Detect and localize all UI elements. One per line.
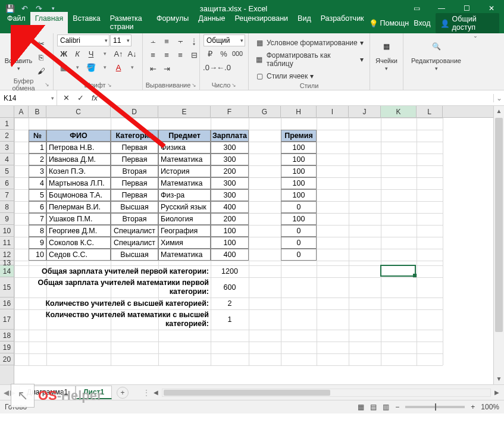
cell-C11[interactable]: Соколов К.С. — [46, 237, 111, 249]
scroll-up-icon[interactable]: ▲ — [494, 106, 504, 117]
cell-B5[interactable]: 3 — [29, 165, 46, 177]
align-center-icon[interactable]: ≡ — [160, 48, 173, 61]
comma-icon[interactable]: 000 — [231, 47, 244, 60]
align-top-icon[interactable]: ⫠ — [146, 35, 159, 48]
borders-icon[interactable]: ▦ — [57, 61, 70, 74]
zoom-level[interactable]: 100% — [481, 403, 499, 411]
row-header-10[interactable]: 10 — [0, 225, 14, 237]
summary-label-16[interactable]: Количество учителей с высшей категорией: — [29, 298, 211, 309]
share-button[interactable]: 👤 Общий доступ — [436, 13, 499, 33]
cell-C2[interactable]: ФИО — [46, 130, 111, 142]
normal-view-icon[interactable]: ▦ — [358, 403, 364, 411]
name-box[interactable]: K14 — [0, 90, 57, 105]
col-header-B[interactable]: B — [29, 106, 46, 117]
cell-E3[interactable]: Физика — [158, 142, 211, 154]
row-header-17[interactable]: 17 — [0, 309, 14, 330]
cell-E8[interactable]: Русский язык — [158, 201, 211, 213]
col-header-E[interactable]: E — [158, 106, 211, 117]
tab-формулы[interactable]: Формулы — [152, 12, 193, 33]
col-header-I[interactable]: I — [317, 106, 349, 117]
cell-H11[interactable]: 0 — [281, 237, 317, 249]
paste-button[interactable]: 📋 Вставить ▾ — [4, 35, 33, 71]
cell-B4[interactable]: 2 — [29, 154, 46, 165]
page-layout-icon[interactable]: ▤ — [370, 403, 377, 411]
page-break-icon[interactable]: ▥ — [383, 403, 389, 411]
col-header-L[interactable]: L — [417, 106, 443, 117]
cell-F14[interactable]: 1200 — [211, 265, 249, 277]
cell-D9[interactable]: Вторая — [111, 213, 158, 225]
row-header-1[interactable]: 1 — [0, 118, 14, 130]
cell-H3[interactable]: 100 — [281, 142, 317, 154]
tab-вставка[interactable]: Вставка — [68, 12, 105, 33]
decrease-font-icon[interactable]: A↓ — [126, 47, 139, 60]
cell-F12[interactable]: 400 — [211, 249, 249, 261]
cell-C5[interactable]: Козел П.Э. — [46, 165, 111, 177]
new-sheet-button[interactable]: + — [117, 387, 129, 399]
cell-D5[interactable]: Вторая — [111, 165, 158, 177]
scroll-down-icon[interactable]: ▼ — [494, 374, 504, 384]
cell-F15[interactable]: 600 — [211, 277, 249, 298]
tab-вид[interactable]: Вид — [293, 12, 316, 33]
increase-decimal-icon[interactable]: .0→ — [204, 61, 217, 74]
cell-F10[interactable]: 100 — [211, 225, 249, 237]
cell-C8[interactable]: Пелерман В.И. — [46, 201, 111, 213]
sheet-prev-icon[interactable]: ◀ — [4, 389, 9, 397]
horizontal-scrollbar[interactable]: ⋮ ◀ ▶ — [140, 389, 504, 397]
cell-F4[interactable]: 300 — [211, 154, 249, 165]
cell-D6[interactable]: Первая — [111, 177, 158, 189]
increase-indent-icon[interactable]: ⇥ — [160, 62, 173, 75]
cell-D10[interactable]: Специалист — [111, 225, 158, 237]
align-right-icon[interactable]: ≡ — [174, 48, 187, 61]
number-format-select[interactable]: Общий — [204, 35, 245, 46]
row-header-2[interactable]: 2 — [0, 130, 14, 142]
format-painter-icon[interactable]: 🖌 — [35, 64, 48, 77]
row-header-18[interactable]: 18 — [0, 330, 14, 342]
decrease-decimal-icon[interactable]: ←.0 — [217, 61, 230, 74]
cell-H10[interactable]: 0 — [281, 225, 317, 237]
row-header-9[interactable]: 9 — [0, 213, 14, 225]
cell-H9[interactable]: 100 — [281, 213, 317, 225]
cell-C3[interactable]: Петрова Н.В. — [46, 142, 111, 154]
cell-B11[interactable]: 9 — [29, 237, 46, 249]
cell-H5[interactable]: 100 — [281, 165, 317, 177]
cell-D2[interactable]: Категория — [111, 130, 158, 142]
tab-рецензировани[interactable]: Рецензировани — [230, 12, 293, 33]
underline-icon[interactable]: Ч — [84, 47, 98, 60]
cell-F17[interactable]: 1 — [211, 309, 249, 330]
cell-C4[interactable]: Иванова Д.М. — [46, 154, 111, 165]
cell-C10[interactable]: Георгиев Д.М. — [46, 225, 111, 237]
row-header-19[interactable]: 19 — [0, 342, 14, 353]
cell-B2[interactable]: № — [29, 130, 46, 142]
scroll-left-icon[interactable]: ◀ — [151, 389, 161, 396]
row-header-5[interactable]: 5 — [0, 165, 14, 177]
col-header-H[interactable]: H — [281, 106, 317, 117]
col-header-C[interactable]: C — [46, 106, 111, 117]
cell-H6[interactable]: 100 — [281, 177, 317, 189]
accounting-icon[interactable]: ₽ — [204, 47, 217, 60]
tab-разметка страни[interactable]: Разметка страни — [105, 12, 152, 33]
expand-formula-icon[interactable]: ⌄ — [493, 94, 504, 102]
scroll-right-icon[interactable]: ▶ — [492, 389, 502, 396]
italic-icon[interactable]: К — [71, 47, 84, 60]
cell-styles-button[interactable]: ▢Стили ячеек ▾ — [252, 70, 316, 82]
tell-me[interactable]: 💡 Помощн — [369, 19, 409, 28]
fx-icon[interactable]: fx — [88, 92, 101, 105]
sign-in[interactable]: Вход — [414, 19, 430, 27]
conditional-formatting-button[interactable]: ▦Условное форматирование ▾ — [252, 37, 366, 49]
cell-F7[interactable]: 300 — [211, 189, 249, 201]
collapse-ribbon-icon[interactable]: ˇ — [469, 33, 482, 90]
row-header-16[interactable]: 16 — [0, 298, 14, 309]
cell-D12[interactable]: Высшая — [111, 249, 158, 261]
cell-B12[interactable]: 10 — [29, 249, 46, 261]
row-header-11[interactable]: 11 — [0, 237, 14, 249]
copy-icon[interactable]: ⎘ — [35, 51, 48, 64]
row-header-20[interactable]: 20 — [0, 353, 14, 365]
cell-F11[interactable]: 100 — [211, 237, 249, 249]
cell-C6[interactable]: Мартынова Л.П. — [46, 177, 111, 189]
cell-B6[interactable]: 4 — [29, 177, 46, 189]
fill-color-icon[interactable]: 🪣 — [84, 61, 98, 74]
align-bottom-icon[interactable]: ⫟ — [174, 35, 187, 48]
cell-F9[interactable]: 200 — [211, 213, 249, 225]
cell-B10[interactable]: 8 — [29, 225, 46, 237]
orientation-icon[interactable]: ⭭ — [187, 35, 201, 48]
